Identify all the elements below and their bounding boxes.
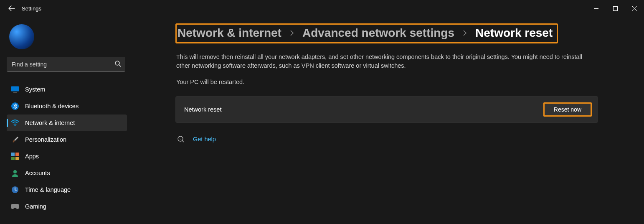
breadcrumb-link-advanced[interactable]: Advanced network settings bbox=[302, 26, 454, 40]
sidebar: System Bluetooth & devices Network & int… bbox=[0, 17, 134, 224]
arrow-left-icon bbox=[8, 5, 15, 12]
window-title: Settings bbox=[22, 5, 41, 12]
user-avatar[interactable] bbox=[9, 24, 34, 49]
svg-rect-9 bbox=[15, 157, 19, 160]
description-text: This will remove then reinstall all your… bbox=[176, 53, 594, 70]
svg-point-5 bbox=[15, 125, 16, 126]
help-icon: ? bbox=[177, 135, 185, 143]
help-row: ? Get help bbox=[175, 135, 598, 143]
search-input[interactable] bbox=[12, 61, 110, 68]
breadcrumb-current: Network reset bbox=[475, 26, 553, 40]
card-label: Network reset bbox=[184, 106, 221, 113]
nav-list: System Bluetooth & devices Network & int… bbox=[7, 81, 127, 215]
clock-icon bbox=[11, 186, 19, 194]
sidebar-item-label: Network & internet bbox=[25, 120, 75, 126]
search-icon bbox=[114, 60, 121, 67]
sidebar-item-label: Bluetooth & devices bbox=[25, 103, 79, 109]
restart-note: Your PC will be restarted. bbox=[176, 79, 597, 85]
sidebar-item-time-language[interactable]: Time & language bbox=[7, 181, 127, 198]
chevron-right-icon bbox=[462, 30, 468, 36]
svg-rect-8 bbox=[11, 157, 15, 160]
sidebar-item-accounts[interactable]: Accounts bbox=[7, 165, 127, 181]
sidebar-item-label: Accounts bbox=[25, 170, 50, 176]
svg-rect-7 bbox=[15, 153, 19, 156]
sidebar-item-personalization[interactable]: Personalization bbox=[7, 131, 127, 148]
maximize-icon bbox=[613, 6, 618, 11]
sidebar-item-label: Time & language bbox=[25, 186, 71, 193]
svg-point-10 bbox=[13, 170, 17, 173]
sidebar-item-system[interactable]: System bbox=[7, 81, 127, 98]
paintbrush-icon bbox=[11, 135, 19, 144]
svg-rect-6 bbox=[11, 153, 15, 156]
breadcrumb: Network & internet Advanced network sett… bbox=[175, 23, 558, 43]
get-help-link[interactable]: Get help bbox=[193, 136, 216, 143]
wifi-icon bbox=[11, 119, 19, 127]
sidebar-item-network[interactable]: Network & internet bbox=[7, 115, 127, 131]
minimize-button[interactable] bbox=[586, 0, 606, 17]
bluetooth-icon bbox=[11, 102, 19, 110]
minimize-icon bbox=[594, 6, 598, 11]
close-button[interactable] bbox=[625, 0, 644, 17]
sidebar-item-apps[interactable]: Apps bbox=[7, 148, 127, 165]
apps-icon bbox=[11, 152, 19, 160]
main-content: Network & internet Advanced network sett… bbox=[134, 17, 644, 224]
window-controls bbox=[586, 0, 644, 17]
maximize-button[interactable] bbox=[606, 0, 625, 17]
svg-point-1 bbox=[115, 61, 119, 65]
chevron-right-icon bbox=[289, 30, 295, 36]
gamepad-icon bbox=[11, 202, 19, 211]
reset-now-button[interactable]: Reset now bbox=[543, 102, 592, 117]
breadcrumb-link-network[interactable]: Network & internet bbox=[177, 26, 281, 40]
search-box[interactable] bbox=[7, 57, 125, 72]
svg-rect-2 bbox=[11, 87, 19, 92]
network-reset-card: Network reset Reset now bbox=[175, 96, 598, 123]
sidebar-item-bluetooth[interactable]: Bluetooth & devices bbox=[7, 98, 127, 115]
svg-rect-3 bbox=[13, 92, 17, 93]
sidebar-item-label: Apps bbox=[25, 153, 39, 160]
sidebar-item-label: System bbox=[25, 86, 45, 93]
display-icon bbox=[11, 85, 19, 94]
sidebar-item-label: Personalization bbox=[25, 136, 66, 143]
back-button[interactable] bbox=[4, 1, 19, 16]
svg-rect-0 bbox=[613, 6, 617, 10]
sidebar-item-gaming[interactable]: Gaming bbox=[7, 198, 127, 215]
svg-text:?: ? bbox=[180, 137, 182, 141]
sidebar-item-label: Gaming bbox=[25, 203, 46, 210]
close-icon bbox=[632, 6, 637, 11]
title-bar: Settings bbox=[0, 0, 644, 17]
person-icon bbox=[11, 169, 19, 177]
